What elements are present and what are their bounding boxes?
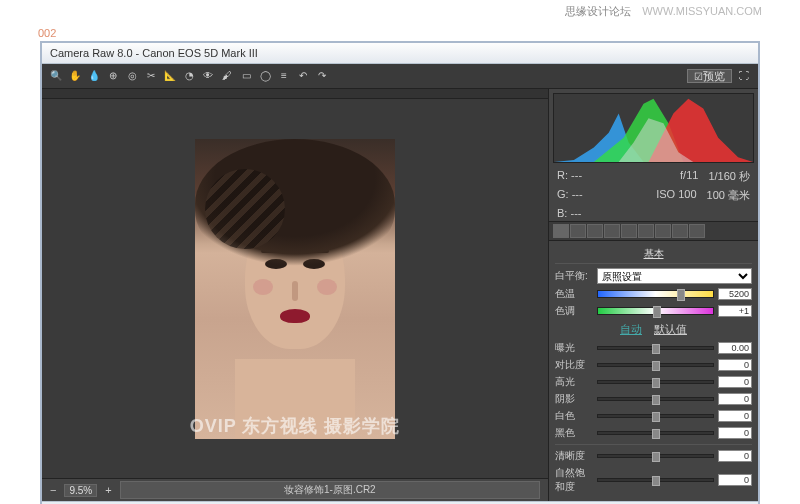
tint-value[interactable]: +1 — [718, 305, 752, 317]
panel-title: 基本 — [555, 245, 752, 264]
preview-checkbox[interactable]: ☑ 预览 — [687, 69, 732, 83]
whites-label: 白色 — [555, 409, 593, 423]
exif-readout: R: --- f/111/160 秒 — [549, 167, 758, 186]
tab-preset[interactable] — [689, 224, 705, 238]
histogram[interactable] — [553, 93, 754, 163]
panel-tabs — [549, 221, 758, 241]
highlights-label: 高光 — [555, 375, 593, 389]
vibrance-label: 自然饱和度 — [555, 466, 593, 494]
vibrance-slider[interactable] — [597, 478, 714, 482]
shadows-label: 阴影 — [555, 392, 593, 406]
tint-label: 色调 — [555, 304, 593, 318]
brush-icon[interactable]: 🖌 — [219, 68, 235, 84]
exif-readout-2: G: --- ISO 100100 毫米 — [549, 186, 758, 205]
page-watermark: 思缘设计论坛 WWW.MISSYUAN.COM — [30, 0, 770, 23]
redeye-icon[interactable]: 👁 — [200, 68, 216, 84]
prefs-icon[interactable]: ≡ — [276, 68, 292, 84]
exposure-slider[interactable] — [597, 346, 714, 350]
auto-link[interactable]: 自动 — [620, 322, 642, 337]
spot-removal-icon[interactable]: ◔ — [181, 68, 197, 84]
wb-label: 白平衡: — [555, 269, 593, 283]
tab-split[interactable] — [621, 224, 637, 238]
target-adjust-icon[interactable]: ◎ — [124, 68, 140, 84]
shadows-slider[interactable] — [597, 397, 714, 401]
temp-value[interactable]: 5200 — [718, 288, 752, 300]
gradient-icon[interactable]: ▭ — [238, 68, 254, 84]
zoom-level[interactable]: 9.5% — [64, 484, 97, 497]
wb-select[interactable]: 原照设置 — [597, 268, 752, 284]
window-titlebar: Camera Raw 8.0 - Canon EOS 5D Mark III — [42, 43, 758, 64]
tab-cal[interactable] — [672, 224, 688, 238]
whites-slider[interactable] — [597, 414, 714, 418]
blacks-value[interactable]: 0 — [718, 427, 752, 439]
rotate-cw-icon[interactable]: ↷ — [314, 68, 330, 84]
watermark-en: WWW.MISSYUAN.COM — [642, 5, 762, 17]
rotate-ccw-icon[interactable]: ↶ — [295, 68, 311, 84]
eyedropper-icon[interactable]: 💧 — [86, 68, 102, 84]
image-canvas[interactable]: OVIP 东方视线 摄影学院 — [42, 99, 548, 478]
watermark-cn: 思缘设计论坛 — [565, 5, 631, 17]
vibrance-value[interactable]: 0 — [718, 474, 752, 486]
blacks-slider[interactable] — [597, 431, 714, 435]
step-number: 002 — [38, 27, 770, 39]
toolbar: 🔍 ✋ 💧 ⊕ ◎ ✂ 📐 ◔ 👁 🖌 ▭ ◯ ≡ ↶ ↷ ☑ 预览 ⛶ — [42, 64, 758, 89]
tab-fx[interactable] — [655, 224, 671, 238]
right-panel: R: --- f/111/160 秒 G: --- ISO 100100 毫米 … — [548, 89, 758, 501]
default-link[interactable]: 默认值 — [654, 322, 687, 337]
basic-panel: 基本 白平衡: 原照设置 色温 5200 色调 +1 自动 默认 — [549, 241, 758, 501]
zoom-out-icon[interactable]: − — [50, 484, 56, 496]
sampler-icon[interactable]: ⊕ — [105, 68, 121, 84]
clarity-slider[interactable] — [597, 454, 714, 458]
photo-preview — [195, 139, 395, 439]
canvas-watermark: OVIP 东方视线 摄影学院 — [190, 414, 401, 438]
tab-lens[interactable] — [638, 224, 654, 238]
contrast-label: 对比度 — [555, 358, 593, 372]
filename-display: 妆容修饰1-原图.CR2 — [120, 481, 540, 499]
exposure-label: 曝光 — [555, 341, 593, 355]
straighten-icon[interactable]: 📐 — [162, 68, 178, 84]
contrast-value[interactable]: 0 — [718, 359, 752, 371]
temp-label: 色温 — [555, 287, 593, 301]
fullscreen-icon[interactable]: ⛶ — [736, 68, 752, 84]
canvas-top-bar — [42, 89, 548, 99]
exposure-value[interactable]: 0.00 — [718, 342, 752, 354]
blacks-label: 黑色 — [555, 426, 593, 440]
clarity-value[interactable]: 0 — [718, 450, 752, 462]
tab-basic[interactable] — [553, 224, 569, 238]
highlights-slider[interactable] — [597, 380, 714, 384]
highlights-value[interactable]: 0 — [718, 376, 752, 388]
temp-slider[interactable] — [597, 290, 714, 298]
tab-curve[interactable] — [570, 224, 586, 238]
tab-detail[interactable] — [587, 224, 603, 238]
shadows-value[interactable]: 0 — [718, 393, 752, 405]
radial-icon[interactable]: ◯ — [257, 68, 273, 84]
camera-raw-window: Camera Raw 8.0 - Canon EOS 5D Mark III 🔍… — [40, 41, 760, 504]
crop-tool-icon[interactable]: ✂ — [143, 68, 159, 84]
zoom-in-icon[interactable]: + — [105, 484, 111, 496]
clarity-label: 清晰度 — [555, 449, 593, 463]
exif-readout-3: B: --- — [549, 205, 758, 221]
tab-hsl[interactable] — [604, 224, 620, 238]
contrast-slider[interactable] — [597, 363, 714, 367]
hand-tool-icon[interactable]: ✋ — [67, 68, 83, 84]
canvas-status-bar: − 9.5% + 妆容修饰1-原图.CR2 — [42, 478, 548, 501]
whites-value[interactable]: 0 — [718, 410, 752, 422]
tint-slider[interactable] — [597, 307, 714, 315]
zoom-tool-icon[interactable]: 🔍 — [48, 68, 64, 84]
